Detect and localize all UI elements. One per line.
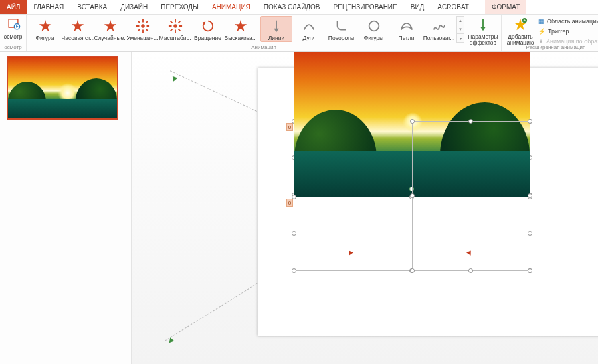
tab-acrobat[interactable]: ACROBAT: [431, 0, 476, 14]
arc-path-icon: [302, 19, 316, 33]
group-preview: осмотр осмотр: [0, 15, 27, 51]
effect-random-bars[interactable]: Случайные...: [94, 16, 126, 41]
effect-shape[interactable]: Фигура: [29, 16, 61, 41]
add-animation-button[interactable]: + Добавить анимацию: [504, 16, 537, 46]
svg-marker-9: [234, 20, 246, 31]
gallery-scroll[interactable]: ▲▼▾: [456, 16, 464, 43]
resize-handle[interactable]: [528, 268, 532, 273]
svg-point-7: [173, 24, 177, 28]
effect-lines[interactable]: Линии: [260, 16, 292, 42]
ribbon: осмотр осмотр Фигура Часовая ст... Случа…: [0, 15, 598, 52]
effect-zoom[interactable]: Масштабир...: [159, 16, 191, 41]
star-burst-icon: [168, 19, 183, 33]
work-area: 0 0: [0, 52, 598, 364]
gallery-up-icon[interactable]: ▲: [457, 17, 464, 25]
resize-handle[interactable]: [468, 268, 473, 273]
resize-handle[interactable]: [468, 119, 473, 124]
path-start-arrow-icon: [347, 249, 353, 256]
star-icon: [70, 19, 85, 33]
group-animation: Фигура Часовая ст... Случайные... Уменьш…: [27, 15, 502, 51]
tab-review[interactable]: РЕЦЕНЗИРОВАНИЕ: [327, 0, 404, 14]
custom-path-icon: [432, 19, 447, 33]
add-animation-icon: +: [513, 17, 528, 32]
star-icon: [103, 19, 118, 33]
gallery-more-icon[interactable]: ▾: [457, 34, 464, 42]
slide-thumbnails-panel[interactable]: [0, 52, 132, 364]
painter-icon: ★: [538, 38, 544, 45]
effect-bounce[interactable]: Выскакива...: [224, 16, 256, 41]
resize-handle[interactable]: [292, 268, 296, 273]
tab-insert[interactable]: ВСТАВКА: [70, 0, 114, 14]
star-icon: [233, 19, 248, 33]
advanced-stack: ▦Область анимации ⚡Триггер ★Анимация по …: [537, 16, 598, 46]
menu-tabs: АЙЛ ГЛАВНАЯ ВСТАВКА ДИЗАЙН ПЕРЕХОДЫ АНИМ…: [0, 0, 598, 15]
svg-text:+: +: [524, 18, 526, 23]
slide-thumbnail-1[interactable]: [7, 56, 118, 120]
effect-custom[interactable]: Пользоват...: [423, 16, 455, 41]
effect-shrink[interactable]: Уменьшен...: [126, 16, 159, 41]
turn-path-icon: [334, 19, 349, 33]
slide[interactable]: 0 0: [258, 68, 598, 336]
effect-shapes[interactable]: Фигуры: [357, 16, 390, 41]
loop-path-icon: [399, 19, 414, 33]
resize-handle[interactable]: [292, 231, 296, 236]
resize-handle[interactable]: [410, 268, 415, 273]
svg-marker-14: [480, 27, 485, 31]
gallery-down-icon[interactable]: ▼: [457, 25, 464, 34]
effect-spin[interactable]: Вращение: [191, 16, 224, 41]
shape-path-icon: [367, 19, 381, 33]
spin-icon: [201, 19, 215, 33]
effect-options-button[interactable]: Параметры эффектов: [467, 16, 499, 46]
svg-marker-3: [39, 20, 50, 31]
effect-arcs[interactable]: Дуги: [292, 16, 325, 41]
group-advanced-title: Расширенная анимация: [502, 44, 598, 51]
preview-button[interactable]: осмотр: [2, 16, 24, 40]
preview-icon: [6, 17, 21, 32]
tab-slideshow[interactable]: ПОКАЗ СЛАЙДОВ: [257, 0, 327, 14]
animation-order-tag[interactable]: 0: [286, 123, 293, 131]
path-end-arrow-icon[interactable]: [171, 74, 178, 82]
animation-order-tag[interactable]: 0: [286, 199, 293, 207]
tab-design[interactable]: ДИЗАЙН: [114, 0, 154, 14]
svg-marker-5: [104, 20, 116, 31]
effect-options-icon: [476, 17, 490, 32]
resize-handle[interactable]: [410, 193, 415, 198]
resize-handle[interactable]: [528, 193, 532, 198]
group-preview-title: осмотр: [0, 44, 26, 51]
tab-home[interactable]: ГЛАВНАЯ: [27, 0, 70, 14]
thumbnail-image: [8, 57, 117, 118]
star-burst-icon: [136, 19, 150, 33]
group-advanced-animation: + Добавить анимацию ▦Область анимации ⚡Т…: [502, 15, 598, 51]
tab-view[interactable]: ВИД: [404, 0, 431, 14]
effect-loops[interactable]: Петли: [390, 16, 423, 41]
tab-animations[interactable]: АНИМАЦИЯ: [205, 0, 257, 14]
svg-point-6: [141, 24, 145, 28]
pane-icon: ▦: [538, 18, 544, 25]
star-icon: [38, 19, 52, 33]
effect-clock[interactable]: Часовая ст...: [61, 16, 94, 41]
tab-file[interactable]: АЙЛ: [0, 0, 27, 14]
selected-image-right[interactable]: [412, 121, 530, 271]
animation-gallery[interactable]: Фигура Часовая ст... Случайные... Уменьш…: [29, 16, 464, 43]
trigger-icon: ⚡: [538, 28, 546, 35]
slide-canvas[interactable]: 0 0: [132, 52, 598, 364]
tab-transitions[interactable]: ПЕРЕХОДЫ: [154, 0, 205, 14]
animation-pane-button[interactable]: ▦Область анимации: [538, 17, 598, 25]
path-end-arrow-icon[interactable]: [167, 337, 175, 345]
svg-point-12: [369, 21, 379, 31]
resize-handle[interactable]: [528, 119, 532, 124]
line-path-icon: [269, 19, 284, 33]
effect-turns[interactable]: Повороты: [325, 16, 357, 41]
preview-label: осмотр: [4, 34, 23, 40]
svg-marker-11: [274, 29, 278, 32]
svg-marker-4: [71, 20, 83, 31]
trigger-button[interactable]: ⚡Триггер: [538, 27, 598, 35]
tab-format[interactable]: ФОРМАТ: [485, 0, 526, 14]
resize-handle[interactable]: [292, 195, 296, 199]
resize-handle[interactable]: [410, 119, 415, 124]
group-animation-title: Анимация: [27, 44, 501, 51]
